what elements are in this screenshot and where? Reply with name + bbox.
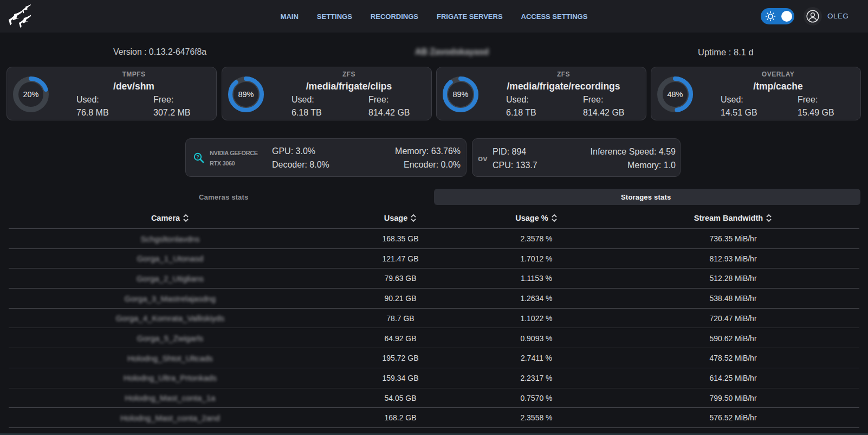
svg-text:?: ? xyxy=(196,154,199,159)
